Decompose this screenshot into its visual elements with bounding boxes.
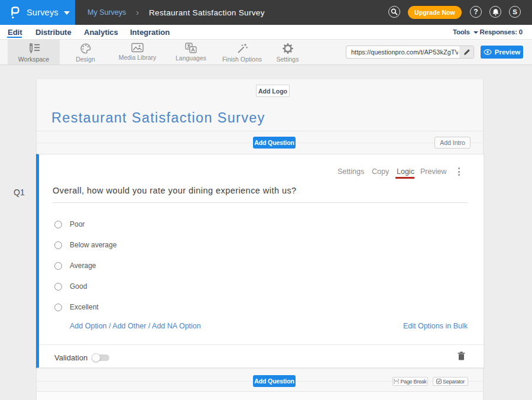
finish-options-wand-icon bbox=[236, 43, 248, 54]
breadcrumb-my-surveys[interactable]: My Surveys bbox=[87, 8, 126, 17]
add-option-link[interactable]: Add Option bbox=[70, 322, 107, 330]
languages-icon bbox=[185, 43, 197, 53]
chevron-down-icon bbox=[473, 31, 478, 34]
option-add-links: Add Option / Add Other / Add NA Option bbox=[70, 322, 201, 330]
product-name: Surveys bbox=[27, 8, 59, 17]
questionpro-survey-editor: Surveys My Surveys › Restaurant Satisfac… bbox=[0, 0, 532, 400]
tools-menu[interactable]: Tools bbox=[453, 25, 478, 39]
breadcrumb-separator: › bbox=[136, 8, 139, 17]
radio-button[interactable] bbox=[54, 304, 62, 311]
responses-count[interactable]: Responses: 0 bbox=[480, 25, 523, 39]
add-other-link[interactable]: Add Other bbox=[112, 322, 146, 330]
questionpro-logo-icon bbox=[11, 7, 20, 19]
notifications-button[interactable] bbox=[489, 6, 501, 18]
top-header: Surveys My Surveys › Restaurant Satisfac… bbox=[0, 0, 532, 25]
add-na-option-link[interactable]: Add NA Option bbox=[152, 322, 201, 330]
question-more-options-button[interactable] bbox=[458, 167, 460, 176]
question-settings-link[interactable]: Settings bbox=[338, 167, 364, 176]
survey-workspace: Add Logo Restaurant Satisfaction Survey … bbox=[36, 79, 484, 400]
option-label[interactable]: Poor bbox=[70, 220, 85, 228]
option-row-good: Good bbox=[54, 282, 87, 291]
toolbar-media-library[interactable]: Media Library bbox=[111, 40, 164, 64]
option-label[interactable]: Below average bbox=[70, 241, 116, 249]
option-row-below-average: Below average bbox=[54, 240, 116, 250]
radio-button[interactable] bbox=[54, 283, 62, 291]
settings-gear-icon bbox=[282, 43, 294, 54]
edit-options-in-bulk-link[interactable]: Edit Options in Bulk bbox=[403, 322, 468, 330]
preview-button[interactable]: Preview bbox=[481, 46, 523, 59]
survey-share-url-field[interactable]: https://questionpro.com/t/AP53kZgTV bbox=[346, 46, 474, 59]
media-library-icon bbox=[131, 43, 144, 53]
bell-icon bbox=[492, 8, 499, 16]
radio-button[interactable] bbox=[54, 241, 62, 249]
option-row-average: Average bbox=[54, 261, 96, 270]
validation-divider bbox=[39, 344, 484, 345]
search-button[interactable] bbox=[388, 6, 400, 18]
option-label[interactable]: Good bbox=[70, 282, 87, 291]
delete-question-trash-icon[interactable] bbox=[458, 351, 465, 360]
product-switcher[interactable]: Surveys bbox=[0, 0, 75, 25]
add-question-button-bottom[interactable]: Add Question bbox=[253, 375, 296, 387]
page-break-icon bbox=[394, 379, 399, 384]
workspace-icon bbox=[27, 43, 40, 54]
option-label[interactable]: Excellent bbox=[70, 303, 99, 311]
toolbar-settings[interactable]: Settings bbox=[266, 40, 309, 64]
search-icon bbox=[391, 8, 398, 15]
question-card-q1: Settings Copy Logic Preview Overall, how… bbox=[36, 154, 484, 368]
active-tab-underline bbox=[7, 37, 22, 38]
question-copy-link[interactable]: Copy bbox=[372, 167, 389, 176]
tab-distribute[interactable]: Distribute bbox=[35, 25, 72, 39]
chevron-down-icon bbox=[64, 11, 70, 15]
logic-red-annotation-underline bbox=[395, 177, 414, 179]
validation-label: Validation bbox=[54, 353, 87, 362]
breadcrumb-current-survey: Restaurant Satisfaction Survey bbox=[149, 8, 265, 17]
eye-icon bbox=[484, 49, 492, 55]
next-section-top bbox=[37, 392, 483, 400]
tab-analytics[interactable]: Analytics bbox=[84, 25, 118, 39]
breadcrumb: My Surveys › Restaurant Satisfaction Sur… bbox=[87, 0, 265, 25]
user-avatar[interactable]: S bbox=[509, 6, 521, 18]
question-preview-link[interactable]: Preview bbox=[420, 167, 446, 176]
edit-url-button[interactable] bbox=[459, 46, 473, 58]
title-divider bbox=[37, 131, 483, 131]
toolbar-finish-options[interactable]: Finish Options bbox=[218, 40, 266, 64]
question-logic-link[interactable]: Logic bbox=[397, 167, 414, 176]
help-button[interactable]: ? bbox=[470, 6, 482, 18]
toggle-knob bbox=[92, 353, 100, 362]
upgrade-now-button[interactable]: Upgrade Now bbox=[408, 6, 462, 19]
question-number: Q1 bbox=[14, 188, 25, 197]
toolbar-workspace[interactable]: Workspace bbox=[8, 40, 60, 64]
add-logo-button[interactable]: Add Logo bbox=[256, 85, 290, 97]
page-break-button[interactable]: Page Break bbox=[392, 377, 428, 386]
tab-integration[interactable]: Integration bbox=[130, 25, 170, 39]
radio-button[interactable] bbox=[54, 221, 62, 228]
survey-nav-tabs: Edit Distribute Analytics Integration To… bbox=[0, 25, 532, 40]
add-intro-button[interactable]: Add Intro bbox=[434, 137, 471, 149]
validation-toggle[interactable] bbox=[92, 354, 109, 361]
editor-toolbar: Workspace Design Media Library bbox=[0, 40, 532, 65]
option-label[interactable]: Average bbox=[70, 262, 96, 270]
add-question-button-top[interactable]: Add Question bbox=[253, 137, 296, 149]
survey-title[interactable]: Restaurant Satisfaction Survey bbox=[51, 110, 265, 126]
separator-icon bbox=[436, 379, 442, 384]
toolbar-languages[interactable]: Languages bbox=[164, 40, 218, 64]
survey-url-text: https://questionpro.com/t/AP53kZgTV bbox=[351, 46, 458, 58]
toolbar-design[interactable]: Design bbox=[60, 40, 111, 64]
question-text[interactable]: Overall, how would you rate your dining … bbox=[53, 186, 297, 196]
option-row-excellent: Excellent bbox=[54, 302, 99, 312]
separator-button[interactable]: Separator bbox=[433, 377, 468, 386]
radio-button[interactable] bbox=[54, 262, 62, 270]
question-text-underline bbox=[53, 202, 468, 203]
design-palette-icon bbox=[80, 43, 92, 54]
pencil-icon bbox=[463, 49, 470, 56]
option-row-poor: Poor bbox=[54, 220, 85, 229]
